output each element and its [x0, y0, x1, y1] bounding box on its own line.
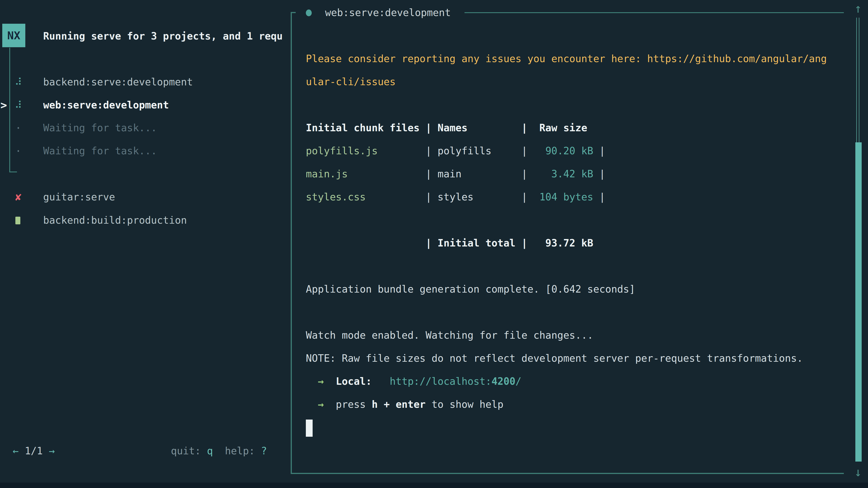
terminal-text: →: [318, 398, 324, 410]
dot-icon: ·: [13, 139, 24, 162]
terminal-text: 3.42 kB: [551, 168, 593, 180]
terminal-text: main.js: [306, 168, 348, 180]
dot-icon: ·: [13, 116, 24, 139]
terminal-text: ular-cli/issues: [306, 76, 396, 88]
terminal-text: [306, 376, 318, 387]
terminal-text: | Initial total | 93.72 kB: [306, 237, 593, 249]
terminal-line: | Initial total | 93.72 kB: [306, 232, 846, 255]
terminal-text: [324, 376, 336, 387]
terminal-line: → Local: http://localhost:4200/: [306, 370, 846, 393]
panel-border-bottom: [291, 473, 844, 474]
page-indicator: 1/1: [25, 445, 43, 457]
task-row[interactable]: ·Waiting for task...: [0, 139, 289, 162]
terminal-text: [372, 376, 390, 387]
panel-title-rule: [465, 12, 844, 13]
terminal-cursor: [306, 420, 313, 437]
terminal-line: [306, 301, 846, 324]
scroll-track[interactable]: [856, 18, 860, 142]
cross-icon: ✘: [13, 186, 24, 208]
terminal-text: to show help: [426, 398, 503, 410]
task-label: guitar:serve: [43, 186, 115, 208]
pager: ←1/1→: [13, 440, 55, 462]
terminal-line: Initial chunk files | Names | Raw size: [306, 116, 846, 139]
terminal-line: Watch mode enabled. Watching for file ch…: [306, 324, 846, 347]
terminal-text: NOTE: Raw file sizes do not reflect deve…: [306, 352, 803, 364]
task-label: Waiting for task...: [43, 139, 157, 162]
task-row[interactable]: ·Waiting for task...: [0, 116, 289, 139]
spinner-icon: ⠼: [13, 94, 24, 117]
window-bottom-edge: [0, 483, 868, 488]
terminal-text: Application bundle generation complete. …: [306, 283, 635, 295]
terminal-text: [306, 398, 318, 410]
panel-title: web:serve:development: [325, 3, 451, 23]
terminal-text: press: [336, 398, 372, 410]
terminal-text: Watch mode enabled. Watching for file ch…: [306, 329, 593, 341]
terminal-text: h + enter: [372, 398, 426, 410]
local-url-link[interactable]: http://localhost:: [390, 376, 491, 387]
panel-border-corner: [291, 12, 296, 13]
terminal-line: [306, 208, 846, 232]
terminal-text: |: [593, 191, 605, 203]
spinner-icon: ⠼: [13, 70, 24, 94]
square-icon: [16, 217, 20, 224]
terminal-text: 90.20 kB: [546, 145, 593, 157]
page-next-icon[interactable]: →: [49, 445, 55, 457]
terminal-text: | styles |: [366, 191, 539, 203]
terminal-text: →: [318, 376, 324, 387]
quit-key: q: [207, 445, 213, 457]
terminal-line: ular-cli/issues: [306, 70, 846, 93]
terminal-line: Please consider reporting any issues you…: [306, 47, 846, 70]
panel-status-bullet-icon: [306, 9, 312, 16]
terminal-line: → press h + enter to show help: [306, 393, 846, 416]
panel-border-left: [291, 12, 292, 474]
task-row[interactable]: >⠼web:serve:development: [0, 94, 289, 117]
help-hint-label: help:: [225, 445, 255, 457]
terminal-line: [306, 416, 846, 439]
terminal-line: polyfills.js | polyfills | 90.20 kB |: [306, 139, 846, 162]
terminal-text: | polyfills |: [378, 145, 546, 157]
terminal-output: Please consider reporting any issues you…: [306, 47, 846, 439]
task-row[interactable]: ✘guitar:serve: [0, 186, 289, 208]
task-label: web:serve:development: [43, 94, 169, 117]
terminal-line: NOTE: Raw file sizes do not reflect deve…: [306, 347, 846, 370]
terminal-text: styles.css: [306, 191, 366, 203]
terminal-text: 104 bytes: [539, 191, 593, 203]
terminal-text: [324, 398, 336, 410]
local-url-link[interactable]: /: [515, 376, 522, 387]
terminal-text: | main |: [348, 168, 551, 180]
task-label: Waiting for task...: [43, 116, 157, 139]
quit-hint-label: quit:: [171, 445, 201, 457]
scroll-thumb[interactable]: [855, 142, 862, 462]
task-label: backend:build:production: [43, 209, 187, 232]
keyboard-hints: quit:qhelp:?: [171, 440, 267, 462]
task-row[interactable]: ⠼backend:serve:development: [0, 70, 289, 94]
terminal-line: [306, 93, 846, 116]
terminal-line: main.js | main | 3.42 kB |: [306, 162, 846, 186]
selected-chevron-icon: >: [0, 94, 7, 117]
terminal-text: Initial chunk files | Names | Raw size: [306, 122, 587, 133]
task-list: ⠼backend:serve:development>⠼web:serve:de…: [0, 0, 290, 488]
scroll-up-icon[interactable]: ↑: [852, 2, 864, 15]
terminal-text: Local:: [336, 376, 372, 387]
terminal-line: Application bundle generation complete. …: [306, 278, 846, 301]
terminal-line: styles.css | styles | 104 bytes |: [306, 186, 846, 208]
task-label: backend:serve:development: [43, 70, 193, 94]
task-row[interactable]: backend:build:production: [0, 209, 289, 232]
page-prev-icon[interactable]: ←: [13, 445, 19, 457]
terminal-text: |: [593, 145, 605, 157]
terminal-line: [306, 255, 846, 278]
local-url-link[interactable]: 4200: [491, 376, 515, 387]
help-key: ?: [261, 445, 267, 457]
scroll-down-icon[interactable]: ↓: [852, 465, 864, 479]
terminal-text: polyfills.js: [306, 145, 378, 157]
terminal-text: Please consider reporting any issues you…: [306, 53, 827, 64]
terminal-text: |: [593, 168, 605, 180]
